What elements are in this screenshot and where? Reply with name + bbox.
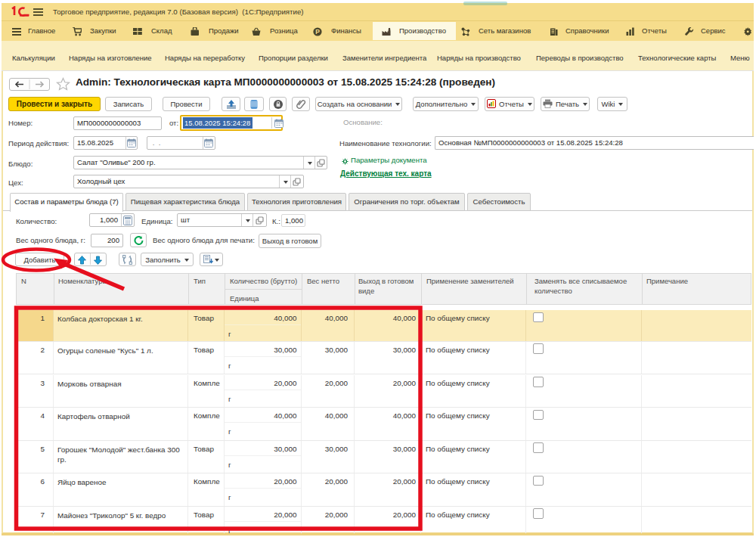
- svg-text:P: P: [315, 28, 320, 36]
